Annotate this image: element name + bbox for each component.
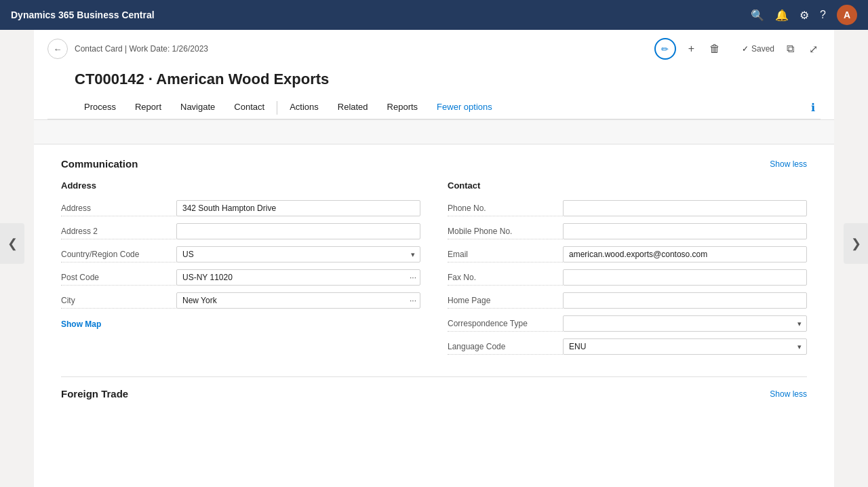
address2-input[interactable] [176,223,420,239]
address-input[interactable] [176,200,420,216]
email-input[interactable] [563,246,807,262]
open-in-window-icon[interactable]: ⧉ [784,40,797,58]
delete-button[interactable]: 🗑 [707,40,723,58]
address2-value [176,223,420,239]
app-title: Dynamics 365 Business Central [11,9,155,20]
search-icon[interactable]: 🔍 [751,9,764,22]
communication-two-col: Address Address Address 2 [61,180,807,360]
mobile-phone-row: Mobile Phone No. [448,222,807,241]
settings-icon[interactable]: ⚙ [800,9,809,22]
menu-item-report[interactable]: Report [125,96,171,119]
contact-column: Contact Phone No. Mobile Phone No. [448,180,807,360]
pencil-icon: ✏ [661,44,669,54]
city-input[interactable] [176,292,420,309]
address-label: Address [61,201,176,216]
menu-item-reports[interactable]: Reports [378,96,428,119]
communication-show-less[interactable]: Show less [770,159,807,169]
record-title: CT000142 · American Wood Exports [47,65,821,96]
collapse-icon[interactable]: ⤢ [806,40,821,58]
mobile-phone-label: Mobile Phone No. [448,224,563,239]
help-icon[interactable]: ? [820,9,826,21]
avatar[interactable]: A [837,5,857,25]
correspondence-type-row: Correspondence Type Email Hard Copy [448,314,807,333]
menu-separator [277,101,277,115]
menu-item-related[interactable]: Related [328,96,378,119]
email-row: Email [448,245,807,264]
foreign-trade-section-title: Foreign Trade [61,388,128,400]
address-row: Address [61,199,420,218]
fax-label: Fax No. [448,270,563,286]
menu-item-contact[interactable]: Contact [224,96,274,119]
post-code-label: Post Code [61,270,176,286]
menu-bar: Process Report Navigate Contact Actions … [47,96,821,119]
ribbon-area [34,120,834,144]
language-code-label: Language Code [448,339,563,355]
home-page-value [563,292,807,309]
language-code-select[interactable]: ENU [563,338,807,355]
language-code-row: Language Code ENU [448,337,807,356]
next-nav-arrow[interactable]: ❯ [844,223,868,264]
post-code-dots-button[interactable]: ··· [408,273,418,282]
mobile-phone-input[interactable] [563,223,807,239]
chevron-left-icon: ❮ [7,236,18,251]
country-region-select[interactable]: US [176,246,420,262]
page-header: ← Contact Card | Work Date: 1/26/2023 ✏ … [34,30,834,120]
mobile-phone-value [563,223,807,239]
contact-col-title: Contact [448,180,807,191]
show-map-link[interactable]: Show Map [61,319,101,329]
home-page-input[interactable] [563,292,807,309]
menu-item-fewer-options[interactable]: Fewer options [427,96,502,119]
top-bar-actions: 🔍 🔔 ⚙ ? A [751,5,857,25]
breadcrumb-bar: ← Contact Card | Work Date: 1/26/2023 ✏ … [47,38,821,60]
menu-item-process[interactable]: Process [75,96,125,119]
saved-indicator: ✓ Saved [742,44,774,54]
city-dots-button[interactable]: ··· [408,296,418,305]
edit-button[interactable]: ✏ [654,38,676,60]
post-code-wrapper: ··· [176,269,420,286]
home-page-label: Home Page [448,293,563,309]
post-code-row: Post Code ··· [61,268,420,287]
correspondence-type-wrapper: Email Hard Copy [563,315,807,332]
fax-value [563,269,807,286]
back-arrow-icon: ← [54,44,62,54]
foreign-trade-section: Foreign Trade Show less [61,376,807,400]
language-code-wrapper: ENU [563,338,807,355]
menu-item-navigate[interactable]: Navigate [171,96,224,119]
foreign-trade-show-less[interactable]: Show less [770,389,807,399]
address2-label: Address 2 [61,224,176,239]
main-container: ← Contact Card | Work Date: 1/26/2023 ✏ … [34,30,834,487]
prev-nav-arrow[interactable]: ❮ [0,223,24,264]
fax-row: Fax No. [448,268,807,287]
country-region-row: Country/Region Code US [61,245,420,264]
correspondence-type-select[interactable]: Email Hard Copy [563,315,807,332]
communication-section-header: Communication Show less [61,158,807,170]
email-label: Email [448,247,563,262]
email-value [563,246,807,262]
post-code-input[interactable] [176,269,420,286]
saved-label: Saved [751,44,774,54]
city-wrapper: ··· [176,292,420,309]
check-icon: ✓ [742,44,749,54]
communication-section-title: Communication [61,158,138,170]
info-icon[interactable]: ℹ [811,101,815,114]
country-region-wrapper: US [176,246,420,262]
add-button[interactable]: + [686,40,697,58]
menu-item-actions[interactable]: Actions [280,96,328,119]
home-page-row: Home Page [448,291,807,310]
phone-row: Phone No. [448,199,807,218]
top-bar: Dynamics 365 Business Central 🔍 🔔 ⚙ ? A [0,0,868,30]
content-area: Communication Show less Address Address [34,144,834,429]
city-label: City [61,293,176,309]
chevron-right-icon: ❯ [851,236,861,251]
header-actions: ✏ + 🗑 ✓ Saved ⧉ ⤢ [654,38,821,60]
city-row: City ··· [61,291,420,310]
back-button[interactable]: ← [47,39,68,59]
app-title-area: Dynamics 365 Business Central [11,9,155,20]
communication-section: Communication Show less Address Address [61,158,807,360]
breadcrumb-left: ← Contact Card | Work Date: 1/26/2023 [47,39,208,59]
phone-value [563,200,807,216]
fax-input[interactable] [563,269,807,286]
country-region-label: Country/Region Code [61,247,176,262]
phone-input[interactable] [563,200,807,216]
bell-icon[interactable]: 🔔 [775,9,789,22]
